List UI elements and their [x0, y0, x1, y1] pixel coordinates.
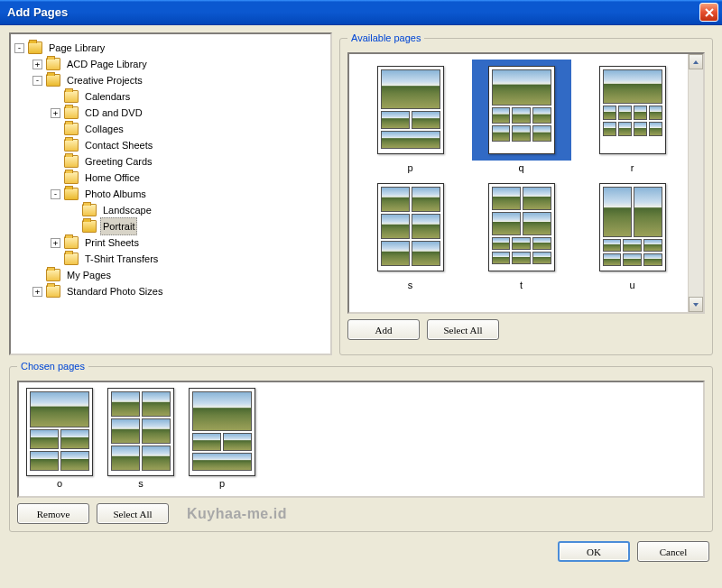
template-t[interactable]	[472, 177, 571, 278]
tree-label: Landscape	[100, 201, 154, 219]
tree-label: Creative Projects	[64, 71, 145, 89]
tree-node-greeting[interactable]: Greeting Cards	[14, 153, 327, 170]
select-all-available-button[interactable]: Select All	[427, 319, 499, 340]
tree-node-landscape[interactable]: Landscape	[14, 202, 327, 218]
select-all-chosen-button[interactable]: Select All	[97, 503, 169, 524]
folder-open-icon	[64, 188, 79, 200]
tree-node-calendars[interactable]: Calendars	[14, 88, 327, 105]
folder-icon	[64, 139, 79, 152]
titlebar: Add Pages	[0, 0, 722, 25]
tree-label: CD and DVD	[82, 104, 145, 122]
tree-label: Print Sheets	[82, 234, 142, 252]
scroll-up-button[interactable]	[689, 54, 703, 69]
tree-node-print[interactable]: + Print Sheets	[14, 234, 327, 251]
tree-node-cddvd[interactable]: + CD and DVD	[14, 105, 327, 121]
tree-node-portrait[interactable]: Portrait	[14, 218, 327, 234]
folder-icon	[64, 90, 79, 103]
tree-label: Contact Sheets	[82, 136, 155, 154]
tree-label: Collages	[82, 120, 126, 138]
expand-icon[interactable]: +	[51, 238, 60, 248]
collapse-icon[interactable]: -	[32, 76, 42, 86]
tree-node-tshirt[interactable]: T-Shirt Transfers	[14, 251, 327, 267]
chosen-template-o[interactable]	[26, 388, 93, 476]
expand-icon[interactable]: +	[32, 60, 42, 69]
tree-label: Home Office	[82, 169, 143, 187]
folder-icon	[64, 171, 79, 184]
chosen-template-s[interactable]	[107, 388, 174, 476]
available-thumbs: p q	[347, 52, 705, 314]
tree-label: Greeting Cards	[82, 152, 155, 170]
folder-open-icon	[82, 220, 97, 233]
expand-icon[interactable]: +	[51, 108, 60, 118]
chevron-up-icon	[692, 59, 699, 66]
remove-button[interactable]: Remove	[17, 503, 89, 524]
chosen-thumbs: o s p	[17, 381, 705, 498]
chosen-template-p[interactable]	[189, 388, 255, 476]
folder-icon	[46, 58, 60, 70]
tree-node-acd[interactable]: + ACD Page Library	[14, 56, 327, 72]
available-pages-group: Available pages	[339, 32, 713, 355]
tree-label: My Pages	[64, 266, 114, 284]
folder-icon	[46, 269, 60, 281]
scroll-down-button[interactable]	[689, 297, 703, 312]
template-q[interactable]	[472, 60, 571, 161]
tree-panel[interactable]: - Page Library + ACD Page Library	[9, 32, 332, 355]
tree-label: Calendars	[82, 87, 133, 106]
collapse-icon[interactable]: -	[14, 43, 24, 53]
thumb-label: t	[520, 280, 523, 290]
tree-label-selected: Portrait	[100, 217, 137, 235]
template-p[interactable]	[361, 60, 460, 161]
tree-node-page-library[interactable]: - Page Library	[14, 40, 327, 56]
tree-label: T-Shirt Transfers	[82, 250, 161, 268]
folder-icon	[46, 285, 60, 298]
tree-node-home[interactable]: Home Office	[14, 170, 327, 186]
folder-open-icon	[28, 41, 42, 54]
close-icon	[705, 8, 714, 17]
window-title: Add Pages	[7, 5, 699, 19]
thumb-label: p	[219, 478, 225, 489]
thumb-label: o	[57, 478, 62, 489]
tree-label: Page Library	[46, 39, 107, 57]
thumb-label: s	[408, 280, 413, 290]
tree-label: ACD Page Library	[64, 55, 150, 73]
scrollbar-track[interactable]	[689, 69, 703, 297]
thumb-label: u	[629, 280, 634, 290]
scrollbar[interactable]	[688, 54, 703, 312]
watermark: Kuyhaa-me.id	[187, 506, 287, 522]
chosen-pages-legend: Chosen pages	[17, 361, 88, 372]
thumb-label: p	[407, 162, 412, 173]
template-u[interactable]	[583, 177, 682, 278]
close-button[interactable]	[699, 3, 718, 22]
folder-icon	[64, 106, 79, 119]
ok-button[interactable]: OK	[558, 541, 630, 562]
collapse-icon[interactable]: -	[51, 189, 60, 199]
tree-label: Photo Albums	[82, 185, 149, 203]
folder-icon	[82, 204, 97, 216]
tree-node-collages[interactable]: Collages	[14, 121, 327, 137]
tree-node-creative[interactable]: - Creative Projects	[14, 72, 327, 88]
template-r[interactable]	[583, 60, 682, 161]
expand-icon[interactable]: +	[32, 287, 42, 297]
tree-node-albums[interactable]: - Photo Albums	[14, 186, 327, 202]
tree-label: Standard Photo Sizes	[64, 282, 165, 300]
add-button[interactable]: Add	[347, 319, 420, 340]
available-pages-legend: Available pages	[347, 32, 424, 43]
thumb-label: r	[631, 162, 634, 173]
thumb-label: s	[138, 478, 143, 489]
chosen-pages-group: Chosen pages o s	[9, 361, 713, 532]
thumb-label: q	[518, 162, 523, 173]
folder-icon	[64, 253, 79, 265]
folder-icon	[64, 155, 79, 168]
template-s[interactable]	[361, 177, 460, 278]
chevron-down-icon	[692, 301, 699, 308]
tree-node-standard[interactable]: + Standard Photo Sizes	[14, 283, 327, 299]
tree-node-contact[interactable]: Contact Sheets	[14, 137, 327, 153]
folder-open-icon	[46, 74, 60, 87]
tree-node-mypages[interactable]: My Pages	[14, 267, 327, 283]
folder-icon	[64, 236, 79, 249]
folder-icon	[64, 123, 79, 135]
cancel-button[interactable]: Cancel	[637, 541, 709, 562]
